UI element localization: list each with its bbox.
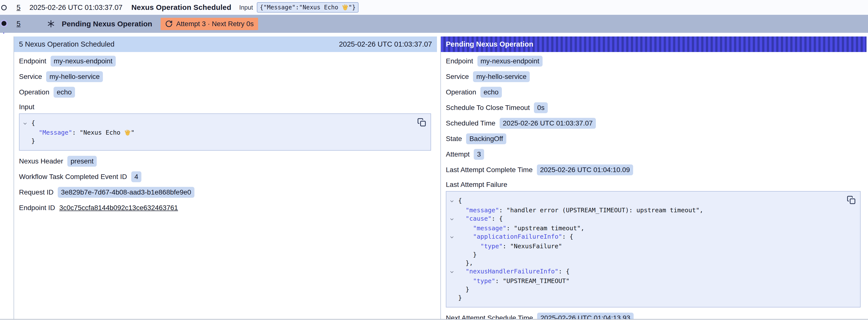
event-history-row[interactable]: 5 2025-02-26 UTC 01:03:37.07 Nexus Opera…	[0, 0, 868, 15]
json-token: "upstream timeout"	[514, 225, 581, 232]
json-token: "	[131, 129, 134, 136]
field-row-endpoint: Endpointmy-nexus-endpoint	[19, 56, 437, 67]
json-token: {	[569, 233, 573, 240]
json-token: "type"	[473, 278, 495, 285]
pending-row-title: Pending Nexus Operation	[62, 20, 152, 28]
json-code-block: {"Message": "Nexus Echo "}	[19, 114, 431, 151]
json-line-content: {	[458, 196, 462, 205]
field-value-badge-service: my-hello-service	[46, 71, 103, 82]
collapse-chevron-icon[interactable]	[449, 215, 458, 224]
field-value-badge-request-id: 3e829b7e-7d67-4b08-aad3-b1e868bfe9e0	[58, 187, 194, 198]
field-label-workflow-task-completed-event-id: Workflow Task Completed Event ID	[19, 173, 127, 181]
field-label-input: Input	[19, 103, 34, 111]
field-label-last-attempt-complete-time: Last Attempt Complete Time	[446, 166, 533, 174]
pending-operation-fields: Endpointmy-nexus-endpointServicemy-hello…	[441, 52, 867, 319]
field-label-state: State	[446, 135, 462, 143]
retry-icon	[165, 20, 173, 28]
field-value-badge-nexus-header: present	[67, 156, 97, 167]
collapse-chevron-icon[interactable]	[23, 119, 31, 128]
event-detail-panels: 5 Nexus Operation Scheduled 2025-02-26 U…	[13, 36, 867, 319]
field-row-scheduled-time: Scheduled Time2025-02-26 UTC 01:03:37.07	[446, 118, 867, 129]
wave-emoji-icon	[342, 4, 348, 11]
pending-operation-title: Pending Nexus Operation	[446, 40, 533, 48]
field-label-service: Service	[446, 73, 469, 80]
copy-icon[interactable]	[417, 117, 427, 127]
json-line: "Message": "Nexus Echo "	[23, 128, 413, 137]
json-line-content: "nexusHandlerFailureInfo": {	[458, 267, 569, 276]
json-token: },	[466, 259, 473, 266]
field-value-badge-service: my-hello-service	[473, 71, 530, 82]
json-code-block: {"message": "handler error (UPSTREAM_TIM…	[446, 191, 861, 308]
json-line: "message": "upstream timeout",	[449, 224, 843, 232]
code-gutter	[449, 294, 458, 295]
code-gutter	[23, 137, 31, 138]
json-line: "nexusHandlerFailureInfo": {	[449, 267, 843, 277]
json-line-content: }	[458, 251, 477, 259]
json-token: :	[499, 206, 506, 214]
json-token: "message"	[466, 206, 499, 214]
field-row-endpoint: Endpointmy-nexus-endpoint	[446, 56, 867, 67]
json-token: "nexusHandlerFailureInfo"	[466, 268, 558, 275]
field-row-last-attempt-complete-time: Last Attempt Complete Time2025-02-26 UTC…	[446, 164, 867, 175]
pending-operation-header: Pending Nexus Operation	[441, 36, 867, 52]
json-token: "applicationFailureInfo"	[473, 233, 562, 240]
field-row-service: Servicemy-hello-service	[19, 71, 437, 82]
field-row-operation: Operationecho	[19, 87, 437, 98]
field-value-badge-attempt: 3	[474, 149, 484, 160]
field-value-badge-state: BackingOff	[466, 133, 506, 144]
json-token: :	[492, 215, 499, 222]
json-token: {	[499, 215, 503, 222]
code-gutter	[23, 128, 31, 130]
json-token: {	[566, 268, 569, 275]
collapse-chevron-icon[interactable]	[449, 196, 458, 206]
json-token: :	[506, 225, 514, 232]
timeline-node-selected-icon	[1, 21, 6, 26]
json-token: }	[473, 251, 477, 258]
field-row-attempt: Attempt3	[446, 149, 867, 160]
field-row-nexus-header: Nexus Headerpresent	[19, 156, 437, 167]
event-input-chip: {"Message":"Nexus Echo "}	[257, 2, 359, 12]
pending-operation-panel: Pending Nexus Operation Endpointmy-nexus…	[440, 36, 867, 319]
field-label-last-attempt-failure: Last Attempt Failure	[446, 181, 507, 189]
wave-emoji-icon	[124, 129, 131, 136]
json-token: "NexusFailure"	[510, 243, 562, 250]
event-input-label: Input	[239, 4, 253, 11]
event-detail-fields: Endpointmy-nexus-endpointServicemy-hello…	[14, 52, 437, 214]
code-gutter	[449, 206, 458, 207]
json-line: }	[449, 251, 843, 259]
field-value-badge-operation: echo	[54, 87, 75, 98]
event-id-link[interactable]: 5	[17, 3, 21, 11]
pending-operation-row[interactable]: 5 Pending Nexus Operation Attempt 3 · Ne…	[0, 15, 868, 33]
json-token: ,	[581, 225, 585, 232]
json-line-content: "type": "NexusFailure"	[458, 242, 562, 251]
json-line: "type": "NexusFailure"	[449, 242, 843, 251]
field-row-schedule-to-close-timeout: Schedule To Close Timeout0s	[446, 102, 867, 114]
json-line: "applicationFailureInfo": {	[449, 232, 843, 242]
field-value-badge-next-attempt-schedule-time: 2025-02-26 UTC 01:04:13.93	[537, 313, 633, 319]
field-label-endpoint: Endpoint	[446, 57, 473, 65]
json-line-content: "message": "handler error (UPSTREAM_TIME…	[458, 206, 703, 215]
json-line: }	[23, 137, 413, 145]
json-token: "Message"	[39, 129, 72, 136]
json-token: :	[562, 233, 569, 240]
field-row-endpoint-id: Endpoint ID3c0c75ccfa8144b092c13ce632463…	[19, 202, 437, 214]
json-token: "handler error (UPSTREAM_TIMEOUT): upstr…	[506, 206, 700, 214]
collapse-chevron-icon[interactable]	[449, 267, 458, 277]
field-row-state: StateBackingOff	[446, 133, 867, 144]
collapse-chevron-icon[interactable]	[449, 232, 458, 242]
json-line-content: }	[458, 294, 462, 302]
pending-event-id-link[interactable]: 5	[17, 20, 21, 28]
field-value-link-endpoint-id[interactable]: 3c0c75ccfa8144b092c13ce632463761	[59, 204, 178, 212]
json-token: :	[495, 278, 503, 285]
field-label-operation: Operation	[446, 88, 476, 96]
field-label-endpoint-id: Endpoint ID	[19, 204, 55, 212]
field-value-badge-schedule-to-close-timeout: 0s	[534, 102, 548, 113]
json-token: "type"	[480, 243, 503, 250]
json-line-content: "cause": {	[458, 215, 503, 223]
field-row-next-attempt-schedule-time: Next Attempt Schedule Time2025-02-26 UTC…	[446, 312, 867, 319]
code-gutter	[449, 259, 458, 260]
event-timestamp: 2025-02-26 UTC 01:03:37.07	[29, 3, 122, 11]
json-token: }	[466, 286, 469, 293]
json-token: :	[503, 243, 510, 250]
copy-icon[interactable]	[846, 195, 856, 205]
